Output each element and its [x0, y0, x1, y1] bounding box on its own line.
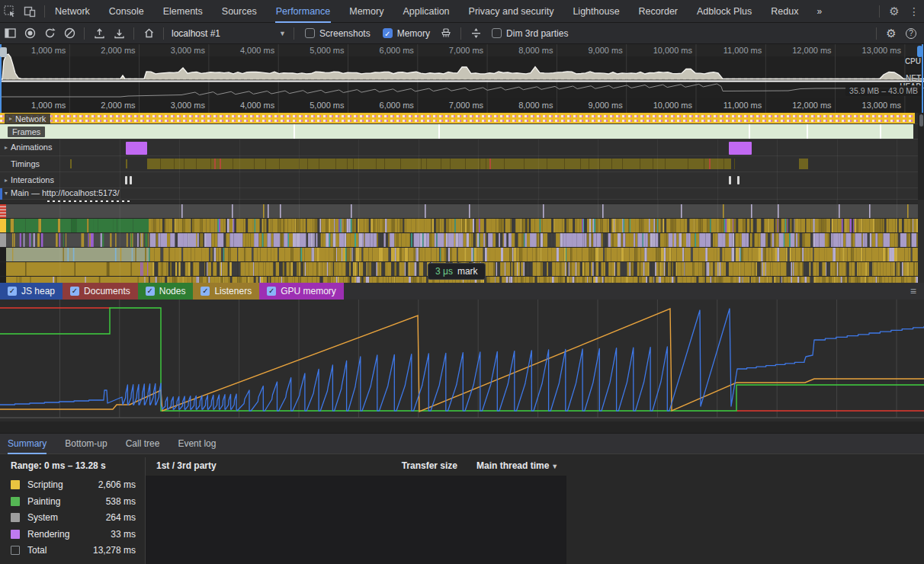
hamburger-menu-icon[interactable]: ≡	[903, 283, 924, 300]
track-animations-label: Animations	[11, 143, 52, 152]
gridline	[598, 139, 598, 200]
counter-chip-listeners[interactable]: ✓Listeners	[193, 283, 259, 300]
track-timings[interactable]: Timings	[0, 156, 924, 172]
tab-sources[interactable]: Sources	[221, 0, 258, 23]
counter-chip-js-heap[interactable]: ✓JS heap	[0, 283, 63, 300]
tab-console[interactable]: Console	[108, 0, 145, 23]
animation-block[interactable]	[729, 142, 752, 155]
counter-checkbox[interactable]: ✓	[201, 287, 210, 296]
dim-3rd-parties-checkbox[interactable]	[492, 28, 502, 38]
reload-record-button[interactable]	[40, 24, 59, 43]
category-value: 33 ms	[73, 528, 136, 540]
disclosure-arrow-icon[interactable]: ▸	[5, 144, 8, 151]
disclosure-arrow-icon[interactable]: ▸	[9, 114, 12, 124]
details-tab-bottom-up[interactable]: Bottom-up	[65, 434, 107, 454]
isolate-selection-icon[interactable]	[466, 24, 486, 43]
tab-performance[interactable]: Performance	[275, 0, 332, 23]
summary-pane: Range: 0 ms – 13.28 s Scripting2,606 msP…	[0, 454, 145, 564]
tab-lighthouse[interactable]: Lighthouse	[572, 0, 620, 23]
record-button[interactable]	[20, 24, 40, 43]
timings-separator	[279, 159, 280, 169]
tracks-scrollbar-thumb[interactable]	[919, 114, 923, 127]
clear-button[interactable]	[59, 24, 79, 43]
home-icon[interactable]	[139, 24, 159, 43]
tab-memory[interactable]: Memory	[348, 0, 384, 23]
interaction-mark[interactable]	[729, 176, 731, 184]
save-profile-icon[interactable]	[109, 24, 129, 43]
timings-separator	[376, 159, 377, 169]
tab-privacy-and-security[interactable]: Privacy and security	[468, 0, 555, 23]
track-network[interactable]: ▸Network	[0, 113, 924, 124]
track-interactions[interactable]: ▸Interactions	[0, 172, 924, 188]
timings-band[interactable]	[799, 159, 808, 169]
category-swatch	[11, 480, 20, 489]
timings-band[interactable]	[147, 159, 731, 169]
tab-application[interactable]: Application	[402, 0, 450, 23]
timings-tick	[70, 159, 72, 168]
tab-elements[interactable]: Elements	[162, 0, 204, 23]
details-tabbar: SummaryBottom-upCall treeEvent log	[0, 433, 924, 454]
timings-separator	[599, 159, 600, 169]
inspect-element-icon[interactable]	[0, 2, 20, 21]
gridline	[299, 139, 300, 200]
timings-separator	[400, 159, 401, 169]
timeline-overview[interactable]: 1,000 ms1,000 ms2,000 ms2,000 ms3,000 ms…	[0, 44, 924, 113]
help-icon[interactable]: ?	[901, 24, 921, 43]
counter-checkbox[interactable]: ✓	[8, 287, 17, 296]
gridline	[239, 139, 240, 200]
counter-chip-gpu-memory[interactable]: ✓GPU memory	[259, 283, 344, 300]
gridline	[478, 139, 479, 200]
memory-checkbox-row[interactable]: ✓ Memory	[383, 28, 430, 39]
track-main[interactable]: ▾Main — http://localhost:5173/	[0, 188, 924, 200]
screenshots-checkbox[interactable]	[305, 28, 315, 38]
tab-redux[interactable]: Redux	[770, 0, 799, 23]
collect-garbage-icon[interactable]	[436, 24, 456, 43]
timings-red-tick	[709, 159, 711, 169]
transfer-size-column-header[interactable]: Transfer size	[381, 460, 457, 471]
settings-gear-icon[interactable]: ⚙	[884, 2, 904, 21]
party-column-header[interactable]: 1st / 3rd party	[156, 460, 217, 471]
dim-3rd-parties-checkbox-row[interactable]: Dim 3rd parties	[492, 28, 568, 39]
load-profile-icon[interactable]	[89, 24, 109, 43]
disclosure-arrow-icon[interactable]: ▾	[5, 190, 8, 197]
track-animations[interactable]: ▸Animations	[0, 139, 924, 156]
track-timings-label: Timings	[11, 159, 40, 168]
interaction-mark[interactable]	[125, 176, 127, 184]
counter-chip-documents[interactable]: ✓Documents	[63, 283, 138, 300]
tab-recorder[interactable]: Recorder	[638, 0, 679, 23]
toggle-sidebar-icon[interactable]	[0, 24, 20, 43]
track-frames[interactable]: Frames	[0, 124, 924, 139]
interaction-mark[interactable]	[737, 176, 740, 184]
memory-graph-footer	[0, 421, 924, 433]
category-swatch	[11, 546, 20, 555]
timeline-tracks: ▸Network Frames ▸Animations Timings ▸Int…	[0, 113, 924, 200]
disclosure-arrow-icon[interactable]: ▸	[5, 177, 8, 184]
memory-counter-graph[interactable]	[0, 300, 924, 421]
device-toolbar-icon[interactable]	[20, 2, 40, 21]
timings-separator	[665, 159, 666, 169]
kebab-menu-icon[interactable]: ⋮	[904, 2, 924, 21]
details-tab-call-tree[interactable]: Call tree	[126, 434, 160, 454]
target-select[interactable]: localhost #1 ▼	[172, 28, 286, 39]
timings-separator	[524, 159, 525, 169]
memory-checkbox[interactable]: ✓	[383, 28, 393, 38]
details-tab-summary[interactable]: Summary	[8, 434, 47, 454]
details-tab-event-log[interactable]: Event log	[178, 434, 216, 454]
counter-checkbox[interactable]: ✓	[146, 287, 155, 296]
party-table-body[interactable]	[146, 476, 566, 564]
divider	[876, 27, 877, 40]
screenshots-checkbox-row[interactable]: Screenshots	[305, 28, 371, 39]
counter-checkbox[interactable]: ✓	[267, 287, 276, 296]
tab-network[interactable]: Network	[54, 0, 91, 23]
network-activity-bar	[0, 113, 915, 123]
capture-settings-gear-icon[interactable]: ⚙	[881, 24, 901, 43]
interaction-mark[interactable]	[130, 176, 132, 184]
more-tabs-icon[interactable]: »	[817, 6, 821, 17]
counter-chip-nodes[interactable]: ✓Nodes	[138, 283, 194, 300]
tab-adblock-plus[interactable]: Adblock Plus	[696, 0, 752, 23]
counter-checkbox[interactable]: ✓	[70, 287, 79, 296]
category-value: 2,606 ms	[73, 479, 136, 491]
timings-separator	[196, 159, 197, 169]
animation-block[interactable]	[126, 142, 147, 155]
main-thread-time-column-header[interactable]: Main thread time▼	[476, 460, 558, 471]
